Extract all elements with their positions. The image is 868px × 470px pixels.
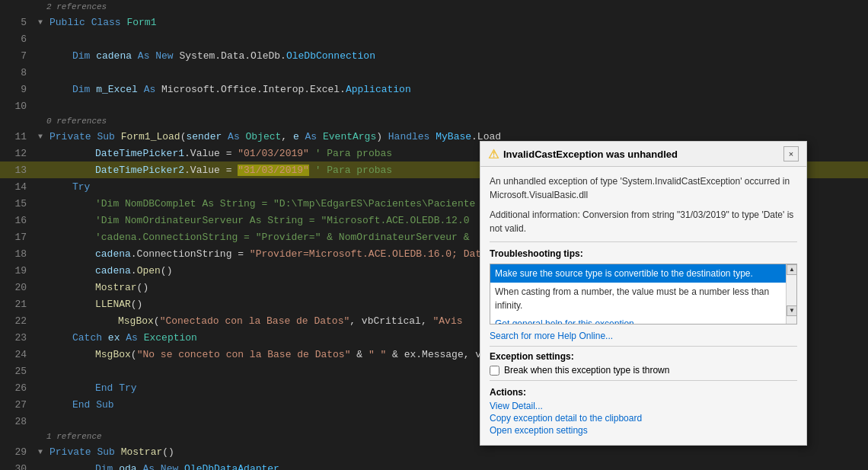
divider-2 — [490, 346, 797, 347]
collapse-arrow-11[interactable]: ▼ — [34, 133, 46, 141]
dialog-title: InvalidCastException was unhandled — [503, 149, 678, 160]
tip-3-link[interactable]: Get general help for this exception. — [495, 318, 637, 325]
troubleshooting-title: Troubleshooting tips: — [490, 247, 797, 261]
troubleshoot-box[interactable]: Make sure the source type is convertible… — [490, 264, 797, 325]
dialog-body: An unhandled exception of type 'System.I… — [480, 167, 806, 445]
exception-settings-title: Exception settings: — [490, 351, 797, 362]
code-editor: 2 references 5 ▼ Public ×Class Form1 6 7… — [0, 0, 868, 470]
action-view-detail[interactable]: View Detail... — [490, 401, 797, 411]
action-copy-detail[interactable]: Copy exception detail to the clipboard — [490, 413, 797, 424]
line-9: 9 Dim m_Excel As Microsoft.Office.Intero… — [0, 81, 868, 98]
dialog-close-button[interactable]: × — [783, 146, 799, 161]
collapse-arrow-29[interactable]: ▼ — [34, 448, 46, 456]
scroll-down-button[interactable]: ▼ — [787, 305, 797, 316]
tip-3[interactable]: Get general help for this exception. — [490, 315, 796, 325]
line-5: 5 ▼ Public ×Class Form1 — [0, 14, 868, 30]
error-dialog: ⚠ InvalidCastException was unhandled × A… — [480, 141, 807, 446]
tip-1[interactable]: Make sure the source type is convertible… — [490, 264, 796, 283]
line-7: 7 Dim cadena As New System.Data.OleDb.Ol… — [0, 47, 868, 64]
warning-icon: ⚠ — [488, 147, 499, 161]
actions-section: Actions: View Detail... Copy exception d… — [490, 387, 797, 436]
collapse-arrow-5[interactable]: ▼ — [34, 18, 46, 27]
line-6: 6 — [0, 30, 868, 47]
line-8: 8 — [0, 64, 868, 81]
divider-3 — [490, 380, 797, 381]
line-10: 10 — [0, 98, 868, 114]
troubleshoot-scrollbar[interactable]: ▲ ▼ — [786, 264, 796, 324]
scroll-up-button[interactable]: ▲ — [787, 264, 797, 275]
line-30: 30 Dim oda As New OleDbDataAdapter — [0, 460, 868, 470]
dialog-title-bar: ⚠ InvalidCastException was unhandled × — [480, 142, 806, 167]
dialog-title-content: ⚠ InvalidCastException was unhandled — [488, 147, 678, 161]
exception-settings-section: Exception settings: Break when this exce… — [490, 351, 797, 376]
troubleshooting-section: Troubleshooting tips: Make sure the sour… — [490, 247, 797, 325]
search-help-link[interactable]: Search for more Help Online... — [490, 331, 797, 341]
exception-checkbox-label: Break when this exception type is thrown — [504, 365, 669, 376]
exception-checkbox-row: Break when this exception type is thrown — [490, 365, 797, 376]
ref-label-2: 2 references — [0, 0, 868, 14]
tip-2[interactable]: When casting from a number, the value mu… — [490, 283, 796, 315]
line-29: 29 ▼ Private Sub Mostrar() — [0, 443, 868, 460]
dialog-body-text1: An unhandled exception of type 'System.I… — [490, 174, 797, 202]
action-open-settings[interactable]: Open exception settings — [490, 425, 797, 436]
dialog-body-text2: Additional information: Conversion from … — [490, 208, 797, 235]
exception-checkbox[interactable] — [490, 366, 499, 376]
divider-1 — [490, 241, 797, 242]
actions-title: Actions: — [490, 387, 797, 398]
scroll-track — [787, 275, 796, 305]
ref-label-0: 0 references — [0, 114, 868, 128]
